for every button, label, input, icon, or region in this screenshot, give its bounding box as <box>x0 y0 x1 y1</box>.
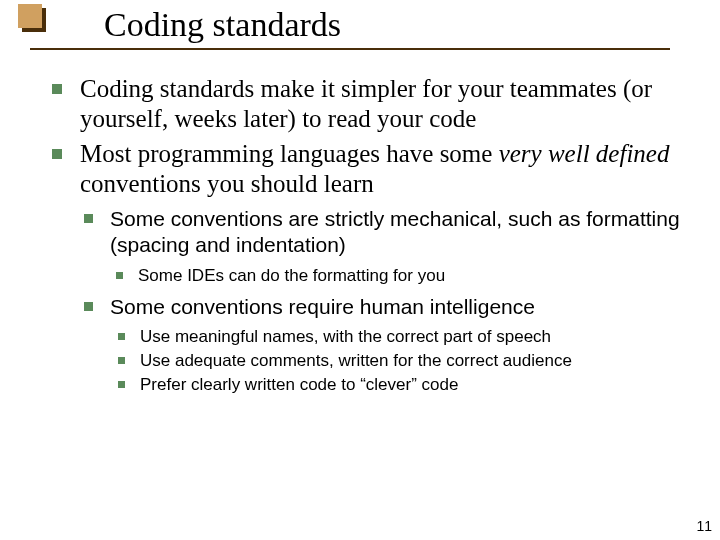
square-bullet-icon <box>116 272 123 279</box>
square-bullet-icon <box>52 84 62 94</box>
bullet-level3: Use meaningful names, with the correct p… <box>118 326 680 348</box>
square-bullet-icon <box>84 214 93 223</box>
bullet-text: Some conventions are strictly mechanical… <box>110 207 680 256</box>
page-number: 11 <box>696 518 712 534</box>
bullet-text: Use adequate comments, written for the c… <box>140 351 572 370</box>
bullet-text: Some IDEs can do the formatting for you <box>138 266 445 285</box>
bullet-level2: Some conventions require human intellige… <box>84 294 680 396</box>
square-bullet-icon <box>118 381 125 388</box>
square-bullet-icon <box>118 357 125 364</box>
bullet-level1: Coding standards make it simpler for you… <box>52 74 680 133</box>
bullet-text: Use meaningful names, with the correct p… <box>140 327 551 346</box>
square-bullet-icon <box>52 149 62 159</box>
title-accent-shape <box>18 4 42 28</box>
bullet-level2: Some conventions are strictly mechanical… <box>84 206 680 286</box>
slide-title: Coding standards <box>104 6 341 44</box>
bullet-level3: Some IDEs can do the formatting for you <box>116 265 680 286</box>
bullet-text: Some conventions require human intellige… <box>110 295 535 318</box>
bullet-text: Prefer clearly written code to “clever” … <box>140 375 458 394</box>
bullet-level3: Use adequate comments, written for the c… <box>118 350 680 372</box>
slide: Coding standards Coding standards make i… <box>0 0 720 540</box>
title-underline <box>30 48 670 50</box>
body-text-area: Coding standards make it simpler for you… <box>52 74 680 404</box>
bullet-text: Most programming languages have some ver… <box>80 140 669 197</box>
square-bullet-icon <box>84 302 93 311</box>
bullet-level1: Most programming languages have some ver… <box>52 139 680 396</box>
bullet-level3: Prefer clearly written code to “clever” … <box>118 374 680 396</box>
bullet-text: Coding standards make it simpler for you… <box>80 75 652 132</box>
square-bullet-icon <box>118 333 125 340</box>
